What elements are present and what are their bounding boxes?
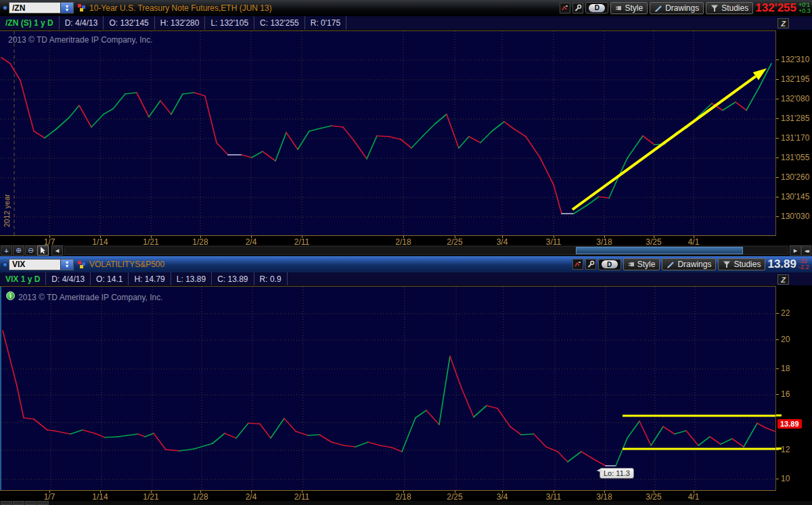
plug-icon bbox=[628, 260, 635, 268]
time-axis-label: 3/25 bbox=[646, 492, 661, 502]
price-axis-label: 130'030 bbox=[781, 212, 809, 221]
time-axis-label: 3/11 bbox=[546, 492, 561, 502]
copyright-text: 2013 © TD Ameritrade IP Company, Inc. bbox=[18, 293, 163, 302]
range-cell: R: 0.9 bbox=[254, 272, 288, 285]
price-axis-label: 22 bbox=[781, 308, 790, 318]
scroll-right-icon[interactable]: ▸ bbox=[790, 245, 801, 256]
price-axis-label: 10 bbox=[781, 474, 790, 483]
low-cell: L: 13.89 bbox=[171, 272, 212, 285]
thinkorswim-charts-window: /ZN ▾▾ 10-Year U.S. Treasury Note Future… bbox=[0, 0, 812, 505]
chart-marks-icon[interactable] bbox=[572, 259, 583, 270]
range-cell: R: 0'175 bbox=[305, 16, 346, 30]
price-axis-label: 131'055 bbox=[781, 153, 809, 162]
symbol-dropdown-icon[interactable]: ▾▾ bbox=[60, 3, 73, 13]
chart-scrollbar[interactable] bbox=[64, 246, 788, 255]
timeframe-button[interactable]: D bbox=[598, 259, 621, 270]
price-axis-label: 18 bbox=[781, 364, 790, 373]
price-axis-label: 130'260 bbox=[781, 172, 809, 182]
symbol-dropdown-icon[interactable]: ▾▾ bbox=[60, 260, 73, 270]
zigzag-pattern-icon[interactable]: Z bbox=[777, 18, 789, 28]
symbol-text: VIX bbox=[9, 260, 60, 269]
last-price: 13.89 bbox=[767, 258, 796, 271]
plug-icon bbox=[615, 4, 622, 12]
drawings-button[interactable]: Drawings bbox=[662, 258, 716, 270]
copyright-text: 2013 © TD Ameritrade IP Company, Inc. bbox=[8, 35, 153, 45]
vix-ohlc-row: VIX 1 y D D: 4/4/13 O: 14.1 H: 14.79 L: … bbox=[0, 272, 812, 286]
instrument-title: 10-Year U.S. Treasury Note Futures,ETH (… bbox=[89, 3, 272, 13]
chart-panel-vix: VIX ▾▾ VOLATILITYS&P500 D Style bbox=[0, 256, 812, 501]
scrollbar-thumb[interactable] bbox=[576, 247, 743, 254]
pan-move-icon[interactable]: + bbox=[1, 245, 12, 256]
high-cell: H: 14.79 bbox=[129, 272, 171, 285]
scroll-left-icon[interactable]: ◂ bbox=[51, 245, 63, 256]
time-axis-label: 1/14 bbox=[92, 492, 108, 502]
wrench-icon[interactable] bbox=[585, 259, 596, 270]
vix-titlebar: VIX ▾▾ VOLATILITYS&P500 D Style bbox=[0, 256, 812, 272]
price-axis-label: 132'080 bbox=[781, 94, 809, 103]
price-change: +0'1+0.3 bbox=[798, 2, 811, 14]
zoom-out-icon[interactable]: ⊖ bbox=[25, 245, 37, 256]
price-axis-label: 132'310 bbox=[781, 55, 809, 64]
date-cell: D: 4/4/13 bbox=[60, 16, 104, 30]
low-cell: L: 132'105 bbox=[205, 16, 254, 30]
open-cell: O: 14.1 bbox=[91, 272, 129, 285]
funnel-icon bbox=[710, 4, 719, 12]
scroll-end-icon[interactable]: ◂◂ bbox=[801, 245, 811, 256]
price-change: -32-2.2 bbox=[798, 258, 811, 270]
cursor-pointer-icon[interactable] bbox=[37, 245, 49, 256]
panel-handle-dot[interactable] bbox=[3, 5, 7, 10]
price-axis-label: 131'170 bbox=[781, 133, 809, 143]
link-color-icon[interactable] bbox=[78, 260, 87, 269]
link-color-icon[interactable] bbox=[78, 3, 87, 12]
time-axis-label: 4/1 bbox=[688, 492, 700, 502]
drawings-button[interactable]: Drawings bbox=[650, 2, 704, 14]
vix-price-axis[interactable]: 22201816121013.89 bbox=[775, 286, 812, 491]
time-axis-label: 3/18 bbox=[596, 492, 612, 502]
zn-price-axis[interactable]: 132'310132'195132'080131'285131'170131'0… bbox=[775, 30, 812, 236]
price-axis-label: 12 bbox=[781, 445, 790, 454]
vix-scroll-toolbar-clipped[interactable] bbox=[0, 501, 812, 505]
price-axis-label: 131'285 bbox=[781, 114, 809, 123]
year-divider-label: 2012 year bbox=[3, 194, 11, 227]
drawing-level-tick bbox=[776, 448, 782, 450]
zoom-in-icon[interactable]: ⊕ bbox=[13, 245, 24, 256]
series-label: VIX 1 y D bbox=[0, 272, 46, 285]
open-cell: O: 132'145 bbox=[104, 16, 154, 30]
zn-scroll-toolbar: + ⊕ ⊖ ◂ ▸ ◂◂ bbox=[0, 245, 812, 256]
chart-panel-zn: /ZN ▾▾ 10-Year U.S. Treasury Note Future… bbox=[0, 0, 812, 256]
style-button[interactable]: Style bbox=[610, 2, 648, 14]
symbol-text: /ZN bbox=[9, 3, 60, 13]
last-price: 132'255 bbox=[755, 1, 796, 15]
date-cell: D: 4/4/13 bbox=[46, 272, 91, 285]
chart-marks-icon[interactable] bbox=[560, 3, 570, 14]
time-axis-label: 2/11 bbox=[294, 492, 309, 502]
instrument-title: VOLATILITYS&P500 bbox=[89, 260, 164, 269]
price-axis-label: 16 bbox=[781, 389, 790, 399]
info-icon[interactable]: i bbox=[6, 291, 15, 300]
zigzag-pattern-icon[interactable]: Z bbox=[777, 274, 789, 285]
style-button[interactable]: Style bbox=[623, 258, 660, 270]
symbol-input-vix[interactable]: VIX ▾▾ bbox=[9, 259, 74, 270]
symbol-input-zn[interactable]: /ZN ▾▾ bbox=[9, 2, 74, 14]
close-cell: C: 132'255 bbox=[254, 16, 305, 30]
zn-plot-area[interactable]: 2013 © TD Ameritrade IP Company, Inc. 20… bbox=[0, 30, 775, 236]
studies-button[interactable]: Studies bbox=[718, 258, 765, 270]
vix-plot-area[interactable]: i 2013 © TD Ameritrade IP Company, Inc. … bbox=[0, 286, 775, 491]
drawing-level-tick bbox=[776, 414, 782, 416]
vix-time-axis[interactable]: 1/71/141/211/282/42/112/182/253/43/113/1… bbox=[0, 491, 812, 501]
timeframe-button[interactable]: D bbox=[585, 2, 608, 14]
panel-handle-dot[interactable] bbox=[3, 262, 7, 267]
time-axis-label: 2/25 bbox=[447, 492, 462, 502]
price-axis-label: 20 bbox=[781, 335, 790, 344]
time-axis-label: 2/18 bbox=[395, 492, 411, 502]
funnel-icon bbox=[723, 260, 731, 268]
time-axis-label: 2/4 bbox=[246, 492, 257, 502]
wrench-icon[interactable] bbox=[572, 3, 583, 14]
pencil-icon bbox=[654, 4, 662, 12]
price-axis-label: 132'195 bbox=[781, 74, 809, 84]
last-price-badge: 13.89 bbox=[777, 419, 802, 429]
high-cell: H: 132'280 bbox=[155, 16, 206, 30]
close-cell: C: 13.89 bbox=[212, 272, 254, 285]
studies-button[interactable]: Studies bbox=[706, 2, 753, 14]
zn-toolbar: D Style Drawings Studies 132'255 +0'1+0.… bbox=[560, 1, 811, 15]
